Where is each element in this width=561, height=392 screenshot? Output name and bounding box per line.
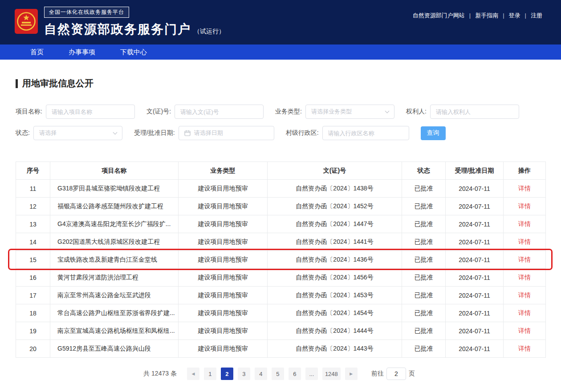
cell-project-name: G202国道黑大线清原城区段改建工程 — [50, 233, 179, 251]
cell-status: 已批准 — [402, 322, 446, 340]
cell-action: 详情 — [504, 340, 546, 358]
page-ellipsis[interactable]: ... — [305, 368, 318, 380]
column-header: 序号 — [16, 162, 50, 180]
cell-action: 详情 — [504, 322, 546, 340]
cell-date: 2024-07-11 — [446, 304, 504, 322]
table-row: 15宝成铁路改造及新建青白江至金堂线建设项目用地预审自然资办函〔2024〕143… — [16, 251, 546, 269]
site-title: 自然资源部政务服务门户 — [44, 21, 191, 38]
page-button-2[interactable]: 2 — [221, 368, 233, 380]
doc-number-input[interactable] — [175, 105, 264, 119]
prev-page-button[interactable]: ◀ — [187, 368, 199, 380]
table-row: 17南京至常州高速公路金坛至武进段建设项目用地预审自然资办函〔2024〕1453… — [16, 287, 546, 304]
detail-link[interactable]: 详情 — [518, 185, 531, 192]
header-link-4[interactable]: 注册 — [531, 12, 542, 19]
column-header: 操作 — [504, 162, 546, 180]
chevron-down-icon — [113, 130, 117, 134]
table-row: 14G202国道黑大线清原城区段改建工程建设项目用地预审自然资办函〔2024〕1… — [16, 233, 546, 251]
project-name-input[interactable] — [46, 105, 135, 119]
filter-right-holder: 权利人: — [406, 105, 519, 119]
cell-seq: 20 — [16, 340, 50, 358]
project-name-label: 项目名称: — [16, 108, 42, 116]
right-holder-input[interactable] — [430, 105, 519, 119]
nav-item-3[interactable]: 下载中心 — [120, 48, 147, 57]
cell-date: 2024-07-11 — [446, 198, 504, 215]
cell-seq: 14 — [16, 233, 50, 251]
page-button-1[interactable]: 1 — [204, 368, 216, 380]
cell-date: 2024-07-11 — [446, 340, 504, 358]
cell-doc-number: 自然资办函〔2024〕1453号 — [268, 287, 402, 304]
detail-link[interactable]: 详情 — [518, 309, 531, 316]
cell-doc-number: 自然资办函〔2024〕1456号 — [268, 269, 402, 287]
cell-date: 2024-07-11 — [446, 215, 504, 233]
cell-project-name: G318罗田县城至骆驼坳镇段改建工程 — [50, 180, 179, 198]
cell-business-type: 建设项目用地预审 — [179, 233, 268, 251]
cell-status: 已批准 — [402, 233, 446, 251]
cell-action: 详情 — [504, 269, 546, 287]
cell-project-name: 南京至宣城高速公路机场枢纽至和凤枢纽... — [50, 322, 179, 340]
page-button-4[interactable]: 4 — [255, 368, 267, 380]
next-page-button[interactable]: ▶ — [345, 368, 358, 380]
goto-page-input[interactable] — [386, 368, 406, 380]
column-header: 文(证)号 — [268, 162, 402, 180]
title-bar-decoration — [16, 79, 18, 88]
cell-business-type: 建设项目用地预审 — [179, 304, 268, 322]
column-header: 项目名称 — [50, 162, 179, 180]
cell-status: 已批准 — [402, 287, 446, 304]
detail-link[interactable]: 详情 — [518, 274, 531, 281]
status-label: 状态: — [16, 129, 30, 137]
national-emblem-logo — [15, 9, 38, 36]
cell-action: 详情 — [504, 198, 546, 215]
column-header: 业务类型 — [179, 162, 268, 180]
chevron-down-icon — [385, 109, 390, 113]
detail-link[interactable]: 详情 — [518, 202, 531, 210]
page-button-3[interactable]: 3 — [238, 368, 250, 380]
search-button[interactable]: 查询 — [421, 126, 446, 140]
pagination: 共 12473 条 ◀ 123456...1248 ▶ 前往 页 — [0, 368, 561, 380]
column-header: 受理/批准日期 — [446, 162, 504, 180]
main-content: 用地审批信息公开 项目名称: 文(证)号: 业务类型: 请选择业务类型 权利人: — [0, 77, 561, 380]
cell-action: 详情 — [504, 251, 546, 269]
site-subtitle: （试运行） — [194, 28, 225, 36]
status-placeholder: 请选择 — [39, 129, 57, 137]
cell-status: 已批准 — [402, 180, 446, 198]
accept-date-label: 受理/批准日期: — [134, 129, 175, 137]
header-link-1[interactable]: 自然资源部门户网站 — [413, 12, 465, 19]
page-button-5[interactable]: 5 — [272, 368, 284, 380]
column-header: 状态 — [402, 162, 446, 180]
cell-action: 详情 — [504, 304, 546, 322]
detail-link[interactable]: 详情 — [518, 327, 531, 334]
cell-status: 已批准 — [402, 251, 446, 269]
goto-page-group: 前往 页 — [369, 368, 418, 380]
cell-action: 详情 — [504, 233, 546, 251]
goto-label: 前往 — [371, 370, 384, 378]
header-link-2[interactable]: 新手指南 — [475, 12, 498, 19]
filter-district: 村级行政区: — [286, 126, 409, 140]
detail-link[interactable]: 详情 — [518, 238, 531, 245]
nav-item-1[interactable]: 首页 — [30, 48, 44, 57]
table-row: 12福银高速公路孝感至随州段改扩建工程建设项目用地预审自然资办函〔2024〕14… — [16, 198, 546, 215]
district-input[interactable] — [322, 126, 409, 140]
accept-date-input[interactable]: 请选择日期 — [179, 126, 274, 140]
cell-seq: 16 — [16, 269, 50, 287]
detail-link[interactable]: 详情 — [518, 291, 531, 299]
header-links: 自然资源部门户网站|新手指南|登录|注册 — [413, 12, 542, 20]
header-link-separator: | — [469, 12, 471, 19]
cell-business-type: 建设项目用地预审 — [179, 287, 268, 304]
cell-doc-number: 自然资办函〔2024〕1444号 — [268, 322, 402, 340]
cell-seq: 12 — [16, 198, 50, 215]
header-link-separator: | — [525, 12, 526, 19]
cell-doc-number: 自然资办函〔2024〕1447号 — [268, 215, 402, 233]
status-select[interactable]: 请选择 — [33, 126, 122, 140]
detail-link[interactable]: 详情 — [518, 220, 531, 227]
results-table-wrap: 序号项目名称业务类型文(证)号状态受理/批准日期操作 11G318罗田县城至骆驼… — [16, 162, 545, 358]
page-button-6[interactable]: 6 — [289, 368, 301, 380]
business-type-select[interactable]: 请选择业务类型 — [305, 105, 394, 119]
detail-link[interactable]: 详情 — [518, 345, 531, 352]
header-link-3[interactable]: 登录 — [509, 12, 520, 19]
nav-item-2[interactable]: 办事事项 — [69, 48, 95, 57]
cell-doc-number: 自然资办函〔2024〕1452号 — [268, 198, 402, 215]
page-button-1248[interactable]: 1248 — [322, 368, 341, 380]
detail-link[interactable]: 详情 — [518, 256, 531, 263]
header-link-separator: | — [503, 12, 504, 19]
calendar-icon — [184, 130, 191, 136]
